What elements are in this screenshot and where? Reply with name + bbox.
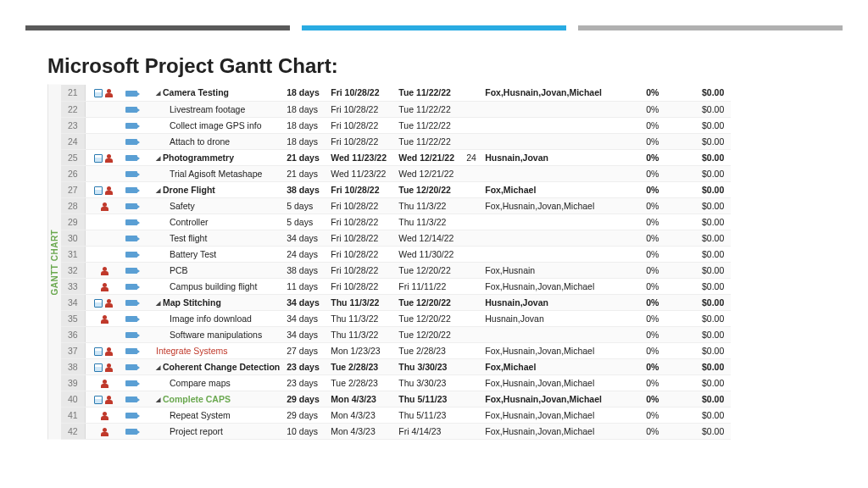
duration-cell[interactable]: 5 days (283, 214, 327, 230)
finish-cell[interactable]: Tue 11/22/22 (395, 117, 463, 133)
start-cell[interactable]: Fri 10/28/22 (327, 230, 395, 246)
finish-cell[interactable]: Tue 11/22/22 (395, 85, 463, 101)
start-cell[interactable]: Fri 10/28/22 (327, 85, 395, 101)
percent-cell[interactable]: 0% (643, 101, 680, 117)
table-row[interactable]: 31Battery Test24 daysFri 10/28/22Wed 11/… (61, 246, 731, 262)
predecessor-cell[interactable] (463, 342, 481, 358)
task-name-cell[interactable]: Coherent Change Detection (141, 358, 283, 374)
cost-cell[interactable]: $0.00 (680, 85, 731, 101)
task-name-cell[interactable]: Campus building flight (141, 278, 283, 294)
predecessor-cell[interactable] (463, 101, 481, 117)
task-name-cell[interactable]: Complete CAPS (141, 391, 283, 407)
finish-cell[interactable]: Thu 5/11/23 (395, 391, 463, 407)
duration-cell[interactable]: 11 days (283, 278, 327, 294)
finish-cell[interactable]: Tue 12/20/22 (395, 262, 463, 278)
table-row[interactable]: 39Compare maps23 daysTue 2/28/23Thu 3/30… (61, 374, 731, 391)
start-cell[interactable]: Fri 10/28/22 (327, 181, 395, 197)
table-row[interactable]: 30Test flight34 daysFri 10/28/22Wed 12/1… (61, 230, 731, 246)
percent-cell[interactable]: 0% (643, 181, 680, 197)
cost-cell[interactable]: $0.00 (680, 294, 731, 310)
task-name-cell[interactable]: Map Stitching (141, 294, 283, 310)
duration-cell[interactable]: 18 days (283, 85, 327, 101)
duration-cell[interactable]: 34 days (283, 230, 327, 246)
finish-cell[interactable]: Wed 12/21/22 (395, 149, 463, 165)
task-name-cell[interactable]: Trial Agisoft Metashape (141, 165, 283, 181)
finish-cell[interactable]: Tue 12/20/22 (395, 294, 463, 310)
table-row[interactable]: 38Coherent Change Detection23 daysTue 2/… (61, 358, 731, 374)
resources-cell[interactable] (481, 214, 643, 230)
predecessor-cell[interactable] (463, 423, 481, 439)
table-row[interactable]: 22Livestream footage18 daysFri 10/28/22T… (61, 101, 731, 117)
cost-cell[interactable]: $0.00 (680, 278, 731, 294)
cost-cell[interactable]: $0.00 (680, 407, 731, 423)
table-row[interactable]: 24Attach to drone18 daysFri 10/28/22Tue … (61, 133, 731, 149)
percent-cell[interactable]: 0% (643, 391, 680, 407)
finish-cell[interactable]: Thu 3/30/23 (395, 358, 463, 374)
percent-cell[interactable]: 0% (643, 133, 680, 149)
expand-caret-icon[interactable] (156, 185, 163, 195)
percent-cell[interactable]: 0% (643, 214, 680, 230)
resources-cell[interactable]: Fox,Michael (481, 358, 643, 374)
predecessor-cell[interactable] (463, 326, 481, 342)
cost-cell[interactable]: $0.00 (680, 342, 731, 358)
percent-cell[interactable]: 0% (643, 310, 680, 326)
start-cell[interactable]: Wed 11/23/22 (327, 165, 395, 181)
resources-cell[interactable]: Husnain,Jovan (481, 310, 643, 326)
table-row[interactable]: 25Photogrammetry21 daysWed 11/23/22Wed 1… (61, 149, 731, 165)
table-row[interactable]: 23Collect image GPS info18 daysFri 10/28… (61, 117, 731, 133)
percent-cell[interactable]: 0% (643, 246, 680, 262)
start-cell[interactable]: Tue 2/28/23 (327, 358, 395, 374)
predecessor-cell[interactable] (463, 278, 481, 294)
duration-cell[interactable]: 24 days (283, 246, 327, 262)
resources-cell[interactable]: Husnain,Jovan (481, 149, 643, 165)
predecessor-cell[interactable] (463, 310, 481, 326)
cost-cell[interactable]: $0.00 (680, 423, 731, 439)
predecessor-cell[interactable] (463, 294, 481, 310)
resources-cell[interactable] (481, 326, 643, 342)
finish-cell[interactable]: Wed 12/21/22 (395, 165, 463, 181)
resources-cell[interactable]: Fox,Husnain,Jovan,Michael (481, 85, 643, 101)
task-name-cell[interactable]: Camera Testing (141, 85, 283, 101)
table-row[interactable]: 26Trial Agisoft Metashape21 daysWed 11/2… (61, 165, 731, 181)
finish-cell[interactable]: Tue 12/20/22 (395, 326, 463, 342)
finish-cell[interactable]: Tue 2/28/23 (395, 342, 463, 358)
cost-cell[interactable]: $0.00 (680, 246, 731, 262)
table-row[interactable]: 41Repeat System29 daysMon 4/3/23Thu 5/11… (61, 407, 731, 423)
cost-cell[interactable]: $0.00 (680, 149, 731, 165)
duration-cell[interactable]: 27 days (283, 342, 327, 358)
table-row[interactable]: 34Map Stitching34 daysThu 11/3/22Tue 12/… (61, 294, 731, 310)
start-cell[interactable]: Fri 10/28/22 (327, 262, 395, 278)
resources-cell[interactable]: Fox,Husnain,Jovan,Michael (481, 423, 643, 439)
resources-cell[interactable]: Fox,Husnain,Jovan,Michael (481, 197, 643, 214)
cost-cell[interactable]: $0.00 (680, 133, 731, 149)
task-name-cell[interactable]: Collect image GPS info (141, 117, 283, 133)
percent-cell[interactable]: 0% (643, 342, 680, 358)
predecessor-cell[interactable] (463, 358, 481, 374)
table-row[interactable]: 42Project report10 daysMon 4/3/23Fri 4/1… (61, 423, 731, 439)
task-name-cell[interactable]: Image info download (141, 310, 283, 326)
start-cell[interactable]: Fri 10/28/22 (327, 133, 395, 149)
resources-cell[interactable]: Fox,Husnain,Jovan,Michael (481, 407, 643, 423)
start-cell[interactable]: Mon 4/3/23 (327, 407, 395, 423)
resources-cell[interactable] (481, 101, 643, 117)
resources-cell[interactable]: Fox,Husnain,Jovan,Michael (481, 278, 643, 294)
predecessor-cell[interactable] (463, 85, 481, 101)
duration-cell[interactable]: 38 days (283, 181, 327, 197)
duration-cell[interactable]: 23 days (283, 358, 327, 374)
task-name-cell[interactable]: Integrate Systems (141, 342, 283, 358)
predecessor-cell[interactable] (463, 246, 481, 262)
predecessor-cell[interactable] (463, 374, 481, 391)
resources-cell[interactable]: Fox,Husnain (481, 262, 643, 278)
resources-cell[interactable] (481, 165, 643, 181)
table-row[interactable]: 37Integrate Systems27 daysMon 1/23/23Tue… (61, 342, 731, 358)
duration-cell[interactable]: 34 days (283, 310, 327, 326)
percent-cell[interactable]: 0% (643, 149, 680, 165)
percent-cell[interactable]: 0% (643, 358, 680, 374)
predecessor-cell[interactable] (463, 391, 481, 407)
start-cell[interactable]: Mon 4/3/23 (327, 391, 395, 407)
finish-cell[interactable]: Tue 12/20/22 (395, 181, 463, 197)
task-name-cell[interactable]: Compare maps (141, 374, 283, 391)
resources-cell[interactable] (481, 133, 643, 149)
start-cell[interactable]: Fri 10/28/22 (327, 214, 395, 230)
duration-cell[interactable]: 21 days (283, 149, 327, 165)
